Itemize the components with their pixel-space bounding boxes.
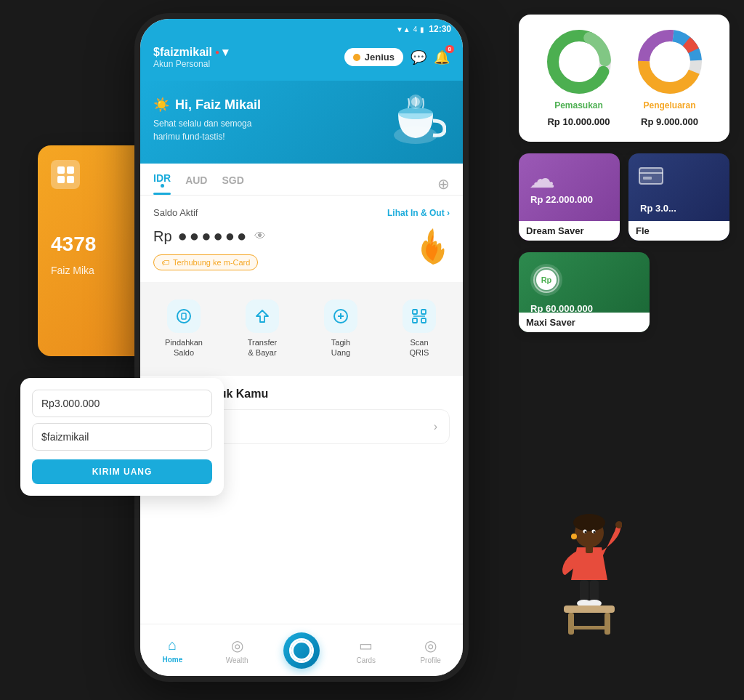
svg-rect-11	[421, 310, 426, 314]
currency-label: Rp	[153, 228, 172, 245]
tagih-icon	[324, 299, 357, 333]
svg-marker-6	[256, 310, 268, 322]
chat-button[interactable]: 💬	[411, 49, 426, 65]
svg-point-18	[565, 47, 594, 76]
hero-illustration	[384, 91, 450, 149]
dropdown-icon[interactable]: ▾	[222, 45, 228, 59]
nav-home[interactable]: ⌂ Home	[140, 637, 205, 664]
nav-wealth-label: Wealth	[226, 656, 248, 664]
bottom-nav: ⌂ Home ◎ Wealth ▭ Cards ◎ Profile	[140, 624, 463, 676]
action-pindahkan-saldo[interactable]: PindahkanSaldo	[147, 299, 220, 358]
balance-amount: Rp ●●●●●● 👁	[153, 227, 450, 246]
greeting-text: Hi, Faiz Mikail	[175, 97, 261, 113]
action-tagih-label: TagihUang	[331, 337, 350, 358]
transfer-card: KIRIM UANG	[20, 378, 224, 496]
subtitle-line2: harimu fund-tastis!	[153, 132, 225, 142]
pindahkan-icon	[167, 299, 201, 333]
jenius-badge[interactable]: Jenius	[344, 48, 403, 66]
svg-rect-13	[421, 318, 426, 323]
action-scan[interactable]: ScanQRIS	[383, 299, 456, 358]
account-type: Akun Personal	[153, 59, 228, 69]
chat-icon: 💬	[411, 50, 426, 65]
expense-amount: Rp 9.000.000	[641, 116, 698, 127]
hero-banner: ☀️ Hi, Faiz Mikail Sehat selalu dan semo…	[140, 81, 463, 164]
home-icon: ⌂	[168, 637, 177, 653]
svg-point-29	[573, 514, 605, 531]
character-illustration	[557, 511, 622, 635]
notification-badge: 8	[445, 45, 454, 53]
action-pindahkan-label: PindahkanSaldo	[165, 337, 203, 358]
savings-cards-row: ☁ Rp 22.000.000 Dream Saver Rp 3.0... Fl…	[519, 153, 729, 241]
svg-rect-12	[413, 318, 417, 323]
eye-icon[interactable]: 👁	[254, 230, 266, 243]
mcard-icon: 🏷	[161, 258, 169, 267]
nav-home-label: Home	[163, 656, 183, 664]
username[interactable]: $faizmikail ● ▾	[153, 45, 228, 59]
transfer-icon	[246, 299, 279, 333]
tea-cup-illustration	[388, 93, 446, 148]
svg-rect-43	[604, 613, 610, 635]
transfer-amount-input[interactable]	[32, 390, 212, 417]
cloud-icon: ☁	[529, 164, 555, 194]
nav-cards[interactable]: ▭ Cards	[333, 637, 398, 664]
status-bar: ▼▲ 4 ▮ 12:30	[140, 19, 463, 39]
maxi-saver-row: Rp Rp 60.000.000 Maxi Saver	[519, 252, 729, 332]
svg-rect-27	[643, 177, 652, 180]
view-in-out-link[interactable]: Lihat In & Out ›	[387, 208, 450, 218]
flexi-card[interactable]: Rp 3.0... Fle	[628, 153, 729, 241]
username-text: $faizmikail	[153, 46, 212, 59]
svg-rect-5	[182, 313, 186, 319]
chevron-right-icon: ›	[434, 420, 437, 433]
svg-point-4	[177, 310, 190, 323]
nav-wealth[interactable]: ◎ Wealth	[205, 637, 270, 664]
action-transfer-label: Transfer& Bayar	[248, 337, 278, 358]
svg-point-34	[571, 534, 577, 539]
kirim-uang-button[interactable]: KIRIM UANG	[32, 459, 212, 484]
svg-rect-35	[586, 546, 593, 553]
expense-donut: Pengeluaran Rp 9.000.000	[637, 29, 703, 127]
phone-header: $faizmikail ● ▾ Akun Personal Jenius 💬 🔔…	[140, 39, 463, 81]
dream-saver-amount: Rp 22.000.000	[530, 194, 608, 205]
quick-actions: PindahkanSaldo Transfer& Bayar TagihUang	[140, 288, 463, 376]
balance-label: Saldo Aktif	[153, 207, 198, 218]
right-panel: Pemasukan Rp 10.000.000 Pengeluaran Rp 9…	[519, 15, 729, 332]
maxi-name: Maxi Saver	[519, 313, 650, 332]
tab-idr[interactable]: IDR	[153, 172, 171, 195]
nav-profile[interactable]: ◎ Profile	[398, 637, 463, 664]
svg-point-24	[655, 47, 684, 76]
notification-button[interactable]: 🔔 8	[434, 49, 450, 65]
mcard-tag[interactable]: 🏷 Terhubung ke m-Card	[153, 254, 258, 270]
action-transfer[interactable]: Transfer& Bayar	[226, 299, 299, 358]
svg-rect-42	[568, 613, 574, 635]
donut-chart-card: Pemasukan Rp 10.000.000 Pengeluaran Rp 9…	[519, 15, 729, 142]
income-amount: Rp 10.000.000	[547, 116, 610, 127]
jenius-label: Jenius	[365, 52, 395, 63]
svg-rect-10	[413, 310, 417, 314]
tab-aud[interactable]: AUD	[185, 174, 207, 193]
income-label: Pemasukan	[554, 100, 603, 110]
hero-text: ☀️ Hi, Faiz Mikail Sehat selalu dan semo…	[153, 97, 261, 143]
add-currency-button[interactable]: ⊕	[437, 175, 450, 193]
svg-rect-41	[564, 606, 615, 613]
transfer-recipient-input[interactable]	[32, 423, 212, 451]
phone-screen: ▼▲ 4 ▮ 12:30 $faizmikail ● ▾ Akun Person…	[134, 13, 469, 682]
maxi-saver-card[interactable]: Rp Rp 60.000.000 Maxi Saver	[519, 252, 650, 332]
flame-illustration	[415, 225, 451, 275]
network-icon: 4	[413, 25, 418, 33]
signal-icon: ▼▲	[396, 25, 411, 33]
hero-subtitle: Sehat selalu dan semoga harimu fund-tast…	[153, 117, 261, 143]
status-icons: ▼▲ 4 ▮	[396, 25, 424, 33]
svg-point-1	[398, 108, 433, 119]
action-tagih[interactable]: TagihUang	[304, 299, 377, 358]
dream-saver-card[interactable]: ☁ Rp 22.000.000 Dream Saver	[519, 153, 620, 241]
balance-header: Saldo Aktif Lihat In & Out ›	[153, 207, 450, 218]
expense-label: Pengeluaran	[643, 100, 695, 110]
nav-center[interactable]	[270, 632, 334, 669]
balance-card: Saldo Aktif Lihat In & Out › Rp ●●●●●● 👁…	[140, 196, 463, 288]
flexi-amount: Rp 3.0...	[640, 203, 718, 214]
balance-dots: ●●●●●●	[178, 227, 249, 246]
income-donut: Pemasukan Rp 10.000.000	[546, 29, 612, 127]
tab-sgd[interactable]: SGD	[222, 174, 243, 193]
flexi-name: Fle	[628, 221, 729, 241]
center-nav-button[interactable]	[283, 632, 320, 669]
